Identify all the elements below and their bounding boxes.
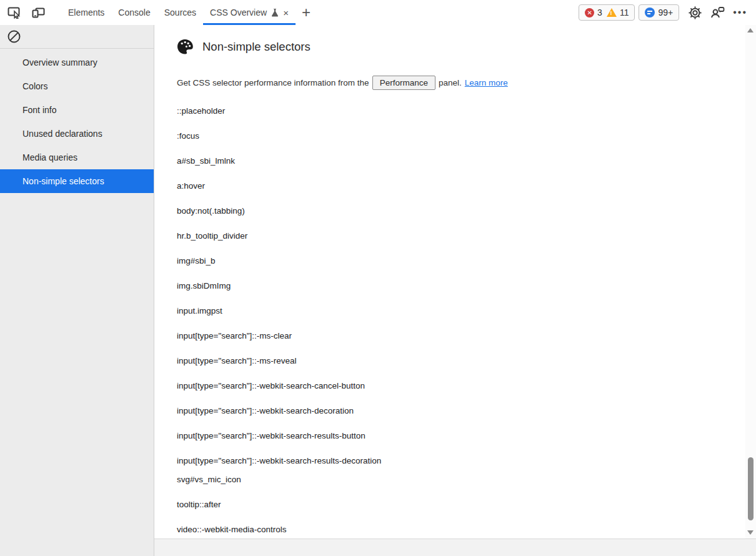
tab-console[interactable]: Console xyxy=(111,0,157,25)
sidebar-item-overview-summary[interactable]: Overview summary xyxy=(0,51,154,74)
scroll-up-arrow-icon[interactable] xyxy=(747,28,754,32)
more-tabs-icon[interactable]: + xyxy=(296,0,317,25)
selector-row: input[type="search"]::-webkit-search-can… xyxy=(177,380,745,392)
tab-label: Console xyxy=(118,7,150,17)
selector-row: input[type="search"]::-ms-reveal xyxy=(177,355,745,367)
toolbar-right-cluster: ✕ 3 11 99+ xyxy=(579,3,756,22)
tab-label: Elements xyxy=(68,7,104,17)
vertical-scrollbar[interactable] xyxy=(745,25,756,539)
issues-count: 99+ xyxy=(645,7,673,17)
selector-row: input[type="search"]::-ms-clear xyxy=(177,330,745,342)
error-count-value: 3 xyxy=(597,7,602,17)
selector-row: a#sb_sbi_lmlnk xyxy=(177,155,745,167)
panel-tabs: Elements Console Sources CSS Overview × … xyxy=(61,0,317,25)
css-overview-sidebar: Overview summary Colors Font info Unused… xyxy=(0,25,154,556)
close-tab-icon[interactable]: × xyxy=(283,8,289,17)
selector-list: ::placeholder :focus a#sb_sbi_lmlnk a:ho… xyxy=(177,105,745,536)
selector-row: img.sbiDmImg xyxy=(177,280,745,292)
selector-row: input.imgpst xyxy=(177,305,745,317)
experiment-beaker-icon xyxy=(271,8,279,17)
tab-elements[interactable]: Elements xyxy=(61,0,111,25)
selector-row: ::placeholder xyxy=(177,105,745,117)
hint-text-suffix: panel. xyxy=(439,78,462,87)
inspect-element-icon[interactable] xyxy=(5,3,24,22)
sidebar-item-label: Non-simple selectors xyxy=(22,176,104,186)
sidebar-item-non-simple-selectors[interactable]: Non-simple selectors xyxy=(0,169,154,193)
errors-warnings-badge[interactable]: ✕ 3 11 xyxy=(579,4,635,21)
selector-row: input[type="search"]::-webkit-search-dec… xyxy=(177,405,745,417)
feedback-icon[interactable] xyxy=(708,3,727,22)
warning-count: 11 xyxy=(607,7,629,17)
issues-count-value: 99+ xyxy=(658,7,673,17)
horizontal-scrollbar-track[interactable] xyxy=(154,539,756,556)
selector-row: a:hover xyxy=(177,180,745,192)
learn-more-link[interactable]: Learn more xyxy=(465,78,508,87)
selector-row: video::-webkit-media-controls xyxy=(177,524,745,536)
warning-icon xyxy=(607,8,617,17)
sidebar-item-label: Media queries xyxy=(22,152,77,162)
sidebar-item-label: Colors xyxy=(22,81,47,91)
selector-row: hr.b_tooltip_divider xyxy=(177,230,745,242)
performance-panel-button[interactable]: Performance xyxy=(372,76,435,90)
more-options-icon[interactable]: ••• xyxy=(730,7,750,18)
scroll-down-arrow-icon[interactable] xyxy=(747,530,754,535)
sidebar-item-label: Overview summary xyxy=(22,57,97,67)
sidebar-item-font-info[interactable]: Font info xyxy=(0,98,154,122)
sidebar-item-label: Unused declarations xyxy=(22,129,102,139)
tab-label: Sources xyxy=(164,7,196,17)
selector-row: tooltip::after xyxy=(177,499,745,511)
tab-css-overview[interactable]: CSS Overview × xyxy=(203,0,296,25)
settings-gear-icon[interactable] xyxy=(685,3,704,22)
error-count: ✕ 3 xyxy=(585,7,602,17)
sidebar-item-media-queries[interactable]: Media queries xyxy=(0,146,154,169)
sidebar-item-unused-declarations[interactable]: Unused declarations xyxy=(0,122,154,146)
selector-row: input[type="search"]::-webkit-search-res… xyxy=(177,430,745,442)
device-toolbar-icon[interactable] xyxy=(29,3,47,22)
sidebar-nav: Overview summary Colors Font info Unused… xyxy=(0,49,154,193)
sidebar-toolbar xyxy=(0,25,154,49)
hint-text-prefix: Get CSS selector performance information… xyxy=(177,78,369,87)
non-simple-selectors-panel: Non-simple selectors Get CSS selector pe… xyxy=(155,25,745,539)
tab-label: CSS Overview xyxy=(210,7,267,17)
issues-badge[interactable]: 99+ xyxy=(639,4,679,21)
selector-row: input[type="search"]::-webkit-search-res… xyxy=(177,455,394,467)
warning-count-value: 11 xyxy=(620,7,629,17)
selector-row: :focus xyxy=(177,130,745,142)
sidebar-item-label: Font info xyxy=(22,105,56,115)
selector-row: svg#vs_mic_icon xyxy=(177,474,745,486)
vertical-scrollbar-thumb[interactable] xyxy=(748,457,754,520)
page-title: Non-simple selectors xyxy=(202,40,311,54)
devtools-toolbar: Elements Console Sources CSS Overview × … xyxy=(0,0,756,25)
tab-sources[interactable]: Sources xyxy=(157,0,203,25)
clear-overview-icon[interactable] xyxy=(7,29,21,44)
selector-row: body:not(.tabbing) xyxy=(177,205,745,217)
error-icon: ✕ xyxy=(585,8,594,17)
performance-hint: Get CSS selector performance information… xyxy=(177,76,745,90)
issues-icon xyxy=(645,7,655,17)
palette-icon xyxy=(177,39,194,55)
selector-row: img#sbi_b xyxy=(177,255,745,267)
sidebar-item-colors[interactable]: Colors xyxy=(0,74,154,98)
section-title-row: Non-simple selectors xyxy=(177,39,745,55)
